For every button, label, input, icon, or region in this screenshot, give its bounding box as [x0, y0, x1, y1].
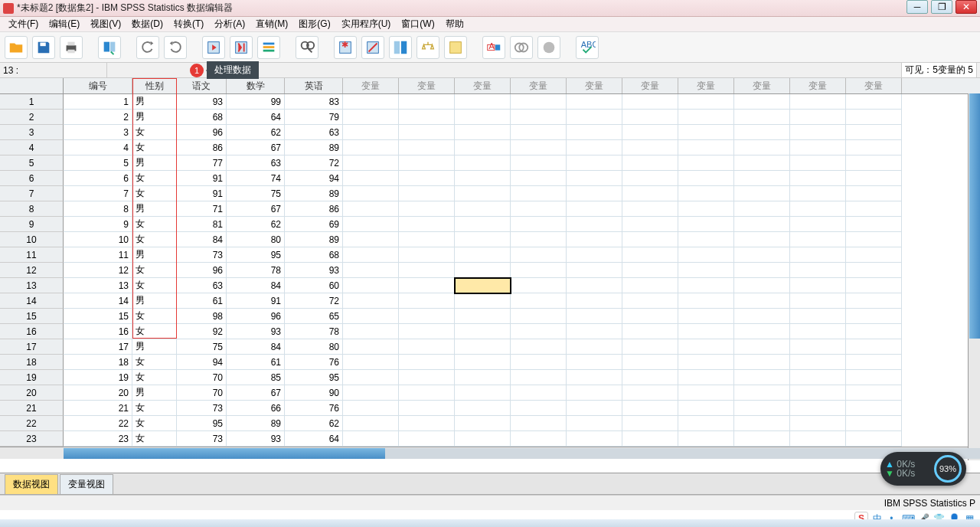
empty-cell[interactable] — [790, 293, 846, 309]
data-cell[interactable]: 13 — [64, 278, 132, 293]
empty-cell[interactable] — [734, 324, 790, 339]
empty-cell[interactable] — [678, 263, 734, 278]
performance-widget[interactable]: 0K/s 0K/s 93% — [880, 452, 966, 486]
row-header[interactable]: 1 — [0, 94, 64, 110]
data-cell[interactable]: 男 — [132, 94, 177, 110]
row-header[interactable]: 7 — [0, 186, 64, 201]
empty-cell[interactable] — [511, 155, 567, 171]
empty-cell[interactable] — [790, 370, 846, 385]
empty-cell[interactable] — [567, 94, 622, 110]
empty-cell[interactable] — [846, 324, 902, 339]
empty-cell[interactable] — [734, 385, 790, 401]
empty-cell[interactable] — [399, 401, 455, 416]
column-header[interactable]: 数学 — [227, 78, 285, 93]
empty-cell[interactable] — [678, 385, 734, 401]
empty-cell[interactable] — [622, 324, 678, 339]
data-cell[interactable]: 22 — [64, 416, 132, 431]
data-cell[interactable]: 65 — [285, 309, 343, 324]
data-cell[interactable]: 67 — [227, 140, 285, 155]
empty-cell[interactable] — [678, 94, 734, 110]
data-cell[interactable]: 63 — [227, 155, 285, 171]
empty-cell[interactable] — [678, 293, 734, 309]
data-cell[interactable]: 20 — [64, 385, 132, 401]
data-cell[interactable]: 76 — [285, 401, 343, 416]
empty-cell[interactable] — [734, 370, 790, 385]
empty-cell[interactable] — [790, 217, 846, 232]
empty-cell[interactable] — [399, 94, 455, 110]
empty-cell[interactable] — [678, 125, 734, 140]
empty-cell[interactable] — [567, 324, 622, 339]
empty-cell[interactable] — [343, 355, 399, 370]
data-cell[interactable]: 女 — [132, 263, 177, 278]
empty-cell[interactable] — [622, 385, 678, 401]
empty-cell[interactable] — [399, 217, 455, 232]
empty-cell[interactable] — [790, 232, 846, 247]
data-cell[interactable]: 91 — [227, 293, 285, 309]
empty-cell[interactable] — [399, 171, 455, 186]
empty-cell[interactable] — [622, 416, 678, 431]
data-cell[interactable]: 83 — [285, 94, 343, 110]
empty-cell[interactable] — [567, 401, 622, 416]
empty-cell[interactable] — [734, 94, 790, 110]
empty-cell[interactable] — [678, 370, 734, 385]
empty-cell[interactable] — [455, 155, 511, 171]
open-icon[interactable] — [5, 36, 28, 59]
empty-cell[interactable] — [678, 324, 734, 339]
empty-cell[interactable] — [399, 247, 455, 263]
empty-cell[interactable] — [455, 324, 511, 339]
column-header-empty[interactable]: 变量 — [455, 78, 511, 93]
data-cell[interactable]: 女 — [132, 186, 177, 201]
empty-cell[interactable] — [846, 401, 902, 416]
data-cell[interactable]: 62 — [285, 416, 343, 431]
print-icon[interactable] — [60, 36, 83, 59]
data-cell[interactable]: 89 — [285, 140, 343, 155]
empty-cell[interactable] — [846, 339, 902, 355]
data-cell[interactable]: 68 — [177, 110, 227, 125]
empty-cell[interactable] — [678, 110, 734, 125]
data-cell[interactable]: 61 — [177, 293, 227, 309]
minimize-button[interactable]: ─ — [906, 0, 928, 14]
data-cell[interactable]: 女 — [132, 140, 177, 155]
empty-cell[interactable] — [790, 186, 846, 201]
data-cell[interactable]: 男 — [132, 201, 177, 217]
empty-cell[interactable] — [399, 370, 455, 385]
empty-cell[interactable] — [678, 247, 734, 263]
empty-cell[interactable] — [846, 263, 902, 278]
data-cell[interactable]: 1 — [64, 94, 132, 110]
data-cell[interactable]: 75 — [177, 339, 227, 355]
data-cell[interactable]: 8 — [64, 201, 132, 217]
column-header-empty[interactable]: 变量 — [734, 78, 790, 93]
empty-cell[interactable] — [455, 94, 511, 110]
tab-variable-view[interactable]: 变量视图 — [60, 474, 113, 494]
empty-cell[interactable] — [343, 263, 399, 278]
data-cell[interactable]: 女 — [132, 125, 177, 140]
empty-cell[interactable] — [846, 370, 902, 385]
weight-cases-icon[interactable] — [416, 36, 439, 59]
empty-cell[interactable] — [511, 278, 567, 293]
data-cell[interactable]: 15 — [64, 309, 132, 324]
row-header[interactable]: 22 — [0, 416, 64, 431]
empty-cell[interactable] — [622, 263, 678, 278]
row-header[interactable]: 12 — [0, 263, 64, 278]
empty-cell[interactable] — [511, 201, 567, 217]
empty-cell[interactable] — [455, 385, 511, 401]
empty-cell[interactable] — [343, 125, 399, 140]
empty-cell[interactable] — [622, 278, 678, 293]
row-header[interactable]: 16 — [0, 324, 64, 339]
variables-icon[interactable] — [257, 36, 280, 59]
data-cell[interactable]: 91 — [177, 171, 227, 186]
data-cell[interactable]: 90 — [285, 385, 343, 401]
empty-cell[interactable] — [343, 324, 399, 339]
empty-cell[interactable] — [790, 94, 846, 110]
empty-cell[interactable] — [622, 309, 678, 324]
empty-cell[interactable] — [846, 309, 902, 324]
empty-cell[interactable] — [567, 370, 622, 385]
row-header[interactable]: 18 — [0, 355, 64, 370]
empty-cell[interactable] — [399, 431, 455, 447]
empty-cell[interactable] — [622, 217, 678, 232]
empty-cell[interactable] — [511, 431, 567, 447]
data-cell[interactable]: 89 — [285, 232, 343, 247]
empty-cell[interactable] — [790, 355, 846, 370]
menu-item[interactable]: 文件(F) — [5, 16, 42, 32]
data-cell[interactable]: 96 — [227, 309, 285, 324]
